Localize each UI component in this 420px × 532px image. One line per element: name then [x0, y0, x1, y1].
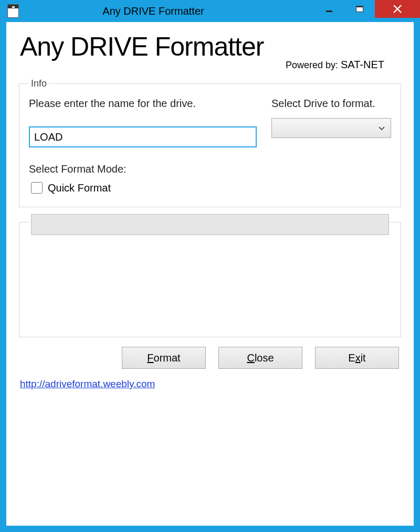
- website-link[interactable]: http://adriveformat.weebly.com: [20, 378, 155, 390]
- info-fieldset: Info Please enter the name for the drive…: [19, 78, 401, 207]
- close-icon: [392, 4, 403, 14]
- svg-rect-0: [326, 10, 332, 12]
- drive-name-input[interactable]: [29, 126, 257, 147]
- info-legend: Info: [29, 78, 49, 89]
- titlebar[interactable]: Any DRIVE Formatter: [0, 0, 420, 22]
- drive-select[interactable]: [271, 118, 391, 138]
- window-title: Any DRIVE Formatter: [0, 5, 314, 17]
- close-button-rest: lose: [255, 352, 274, 364]
- quick-format-row[interactable]: Quick Format: [29, 180, 391, 195]
- drive-name-label: Please enter the name for the drive.: [29, 97, 257, 111]
- exit-button-rest: it: [361, 352, 366, 364]
- powered-by-brand: SAT-NET: [341, 59, 384, 70]
- select-drive-label: Select Drive to format.: [271, 97, 391, 111]
- window-frame: Any DRIVE Formatter Any DRIVE Formatter …: [0, 0, 420, 532]
- client-area: Any DRIVE Formatter Powered by: SAT-NET …: [6, 22, 414, 526]
- close-app-button[interactable]: Close: [218, 347, 302, 369]
- app-drive-icon: [7, 4, 19, 18]
- window-controls: [314, 0, 420, 18]
- quick-format-label: Quick Format: [48, 182, 111, 194]
- close-button[interactable]: [375, 0, 420, 18]
- button-row: Format Close Exit: [17, 347, 399, 369]
- maximize-icon: [356, 6, 363, 12]
- minimize-button[interactable]: [314, 0, 344, 18]
- exit-button[interactable]: Exit: [315, 347, 399, 369]
- minimize-icon: [326, 5, 333, 13]
- powered-by-label: Powered by:: [286, 60, 338, 70]
- format-button[interactable]: Format: [122, 347, 206, 369]
- progress-bar: [31, 214, 389, 235]
- format-button-rest: ormat: [154, 352, 181, 364]
- formating-fieldset: Formating: [19, 217, 401, 337]
- app-title: Any DRIVE Formatter: [20, 31, 403, 62]
- format-mode-label: Select Format Mode:: [29, 162, 391, 176]
- maximize-button[interactable]: [344, 0, 375, 18]
- quick-format-checkbox[interactable]: [31, 182, 43, 194]
